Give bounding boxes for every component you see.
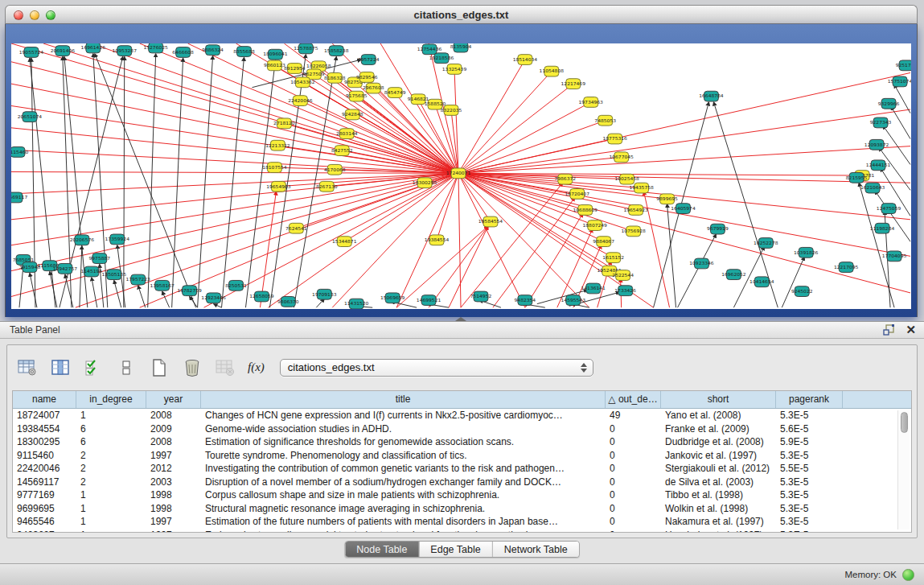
network-canvas[interactable]: 1724007198601238912954182260589627509105… [11,43,911,309]
select-columns-icon[interactable] [50,357,71,378]
table-cell[interactable]: 1 [76,488,146,502]
table-cell[interactable]: Stergiakouli et al. (2012) [661,462,776,476]
table-cell[interactable]: 5.6E-5 [776,422,843,436]
graph-node[interactable]: 2718120 [273,118,295,129]
table-row[interactable]: 1830029562008Estimation of significance … [13,435,911,449]
graph-node[interactable]: 20651074 [18,112,43,122]
graph-node[interactable]: 10756928 [621,226,646,237]
table-cell[interactable]: 0 [606,476,661,489]
table-cell[interactable]: 0 [606,529,661,534]
graph-node[interactable]: 8322035 [441,105,462,116]
table-cell[interactable]: Structural magnetic resonance image aver… [201,502,606,516]
table-cell[interactable]: 5.5E-5 [776,462,843,476]
table-cell[interactable]: Disruption of a novel member of a sodium… [201,476,606,489]
graph-node[interactable]: 7624541 [285,223,307,233]
graph-node[interactable]: 16210643 [860,183,885,193]
table-cell[interactable]: 2 [76,449,146,463]
graph-node[interactable]: 2803144 [336,129,358,139]
graph-node[interactable]: 9975887 [88,253,110,264]
table-cell[interactable]: 18724007 [13,409,76,422]
table-cell[interactable]: 1998 [146,502,201,516]
graph-node[interactable]: 19734963 [579,97,604,108]
graph-node[interactable]: 11054808 [540,66,565,76]
graph-node[interactable]: 12578875 [294,43,318,54]
graph-node[interactable]: 17359924 [105,234,130,245]
graph-node[interactable]: 19654923 [623,205,648,216]
table-cell[interactable]: 1 [76,502,146,516]
table-cell[interactable]: 9777169 [13,488,76,502]
graph-node[interactable]: 9886324 [202,45,224,56]
graph-node[interactable]: 9227343 [870,117,892,128]
graph-node[interactable]: 10923346 [689,258,714,269]
graph-node[interactable]: 15276025 [143,43,168,53]
table-cell[interactable]: 14569117 [13,476,76,489]
column-header-title[interactable]: title [201,391,606,408]
tab-node-table[interactable]: Node Table [345,542,418,557]
graph-node[interactable]: 9115460 [11,147,29,158]
table-cell[interactable]: Tibbo et al. (1998) [661,488,776,502]
graph-node[interactable]: 10953287 [113,46,138,56]
graph-node[interactable]: 10391826 [794,247,819,257]
graph-node[interactable]: 14569117 [11,192,28,203]
column-header-year[interactable]: year [146,391,201,408]
graph-node[interactable]: 7514952 [470,291,492,302]
table-cell[interactable]: Hescheler et al. (1997) [661,529,776,534]
graph-node[interactable]: 10677045 [609,152,634,163]
table-cell[interactable]: Embryonic stem cells: a model to study s… [201,529,606,534]
graph-node[interactable]: 15069659 [380,293,405,303]
table-cell[interactable]: Corpus callosum shape and size in male p… [201,488,606,502]
graph-node[interactable]: 18775316 [602,134,627,144]
window-titlebar[interactable]: citations_edges.txt [5,5,918,24]
table-cell[interactable]: 0 [606,422,661,436]
graph-node[interactable]: 16961426 [81,43,106,53]
table-cell[interactable]: 1997 [146,449,201,463]
graph-node[interactable]: 15751074 [888,76,911,87]
table-cell[interactable]: de Silva et al. (2003) [661,476,776,489]
graph-node[interactable]: 15858238 [324,46,349,56]
column-header-pagerank[interactable]: pagerank [776,391,843,408]
column-header-in_degree[interactable]: in_degree [76,391,146,408]
table-cell[interactable]: Nakamura et al. (1997) [661,515,776,529]
graph-node[interactable]: 9242848 [342,109,363,120]
graph-node[interactable]: 12213322 [265,140,290,150]
table-cell[interactable]: 2 [76,462,146,476]
float-panel-icon[interactable] [883,323,896,336]
table-cell[interactable]: 5.3E-5 [776,515,843,529]
graph-node[interactable]: 9806370 [277,297,299,307]
graph-node[interactable]: 16648784 [699,91,724,101]
table-cell[interactable]: 9699695 [13,502,76,516]
table-cell[interactable]: 0 [606,435,661,449]
table-cell[interactable]: 2 [76,476,146,489]
table-cell[interactable]: 9463627 [13,529,76,534]
graph-node[interactable]: 18096041 [263,49,288,60]
graph-node[interactable]: 17957223 [126,274,151,285]
table-cell[interactable]: 2003 [146,476,201,489]
table-cell[interactable]: 9115460 [13,449,76,463]
graph-node[interactable]: 12444151 [866,160,891,171]
table-cell[interactable]: Investigating the contribution of common… [201,462,606,476]
table-cell[interactable]: 49 [606,409,661,422]
graph-node[interactable]: 9329966 [878,98,900,109]
tab-edge-table[interactable]: Edge Table [418,542,491,557]
table-cell[interactable]: 19384554 [13,422,76,436]
table-cell[interactable]: 0 [606,515,661,529]
table-cell[interactable]: 5.3E-5 [776,529,843,534]
graph-node[interactable]: 18514034 [513,55,538,65]
select-all-check-icon[interactable] [83,357,104,378]
table-cell[interactable]: 5.3E-5 [776,488,843,502]
graph-node[interactable]: 18720407 [565,188,590,199]
table-row[interactable]: 946554611997Estimation of the future num… [13,515,911,529]
graph-node[interactable]: 1733426 [614,286,636,296]
table-row[interactable]: 2242004622012Investigating the contribut… [13,462,911,476]
table-cell[interactable]: Estimation of the future numbers of pati… [201,515,606,529]
graph-node[interactable]: 9245022 [791,286,813,297]
table-cell[interactable]: 0 [606,502,661,516]
graph-node[interactable]: 12217469 [561,79,586,89]
table-cell[interactable]: 0 [606,449,661,463]
table-cell[interactable]: 0 [606,488,661,502]
table-cell[interactable]: Genome-wide association studies in ADHD. [201,422,606,436]
graph-node[interactable]: 13958167 [150,280,175,290]
table-cell[interactable]: 6 [76,422,146,436]
graph-node[interactable]: 16252278 [754,238,778,249]
graph-node[interactable]: 7957224 [358,55,380,65]
